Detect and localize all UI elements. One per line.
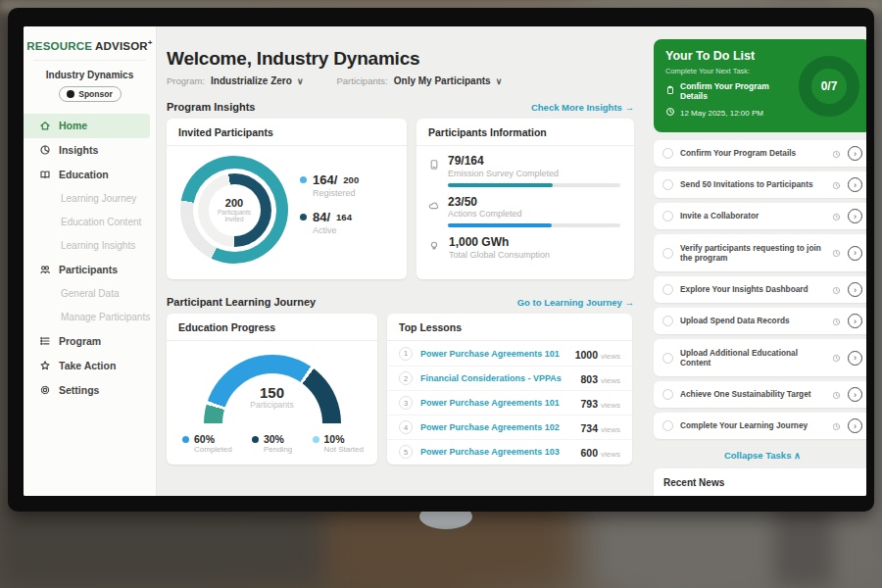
actions-completed-value: 23/50 — [448, 196, 620, 209]
lesson-rank: 3 — [399, 396, 413, 410]
todo-list: Confirm Your Program Details › Send 50 I… — [654, 140, 866, 439]
program-filter-value: Industrialize Zero — [211, 75, 292, 86]
chevron-right-icon[interactable]: › — [848, 246, 862, 261]
actions-completed-progress — [448, 223, 620, 227]
todo-item-upload-educational-content[interactable]: Upload Additional Educational Content › — [654, 339, 866, 376]
sidebar-item-settings[interactable]: Settings — [24, 378, 156, 403]
registered-dot-icon — [300, 176, 307, 183]
sidebar-item-learning-journey[interactable]: Learning Journey — [24, 187, 156, 211]
chevron-right-icon[interactable]: › — [848, 314, 862, 328]
lesson-link[interactable]: Power Purchase Agreements 103 — [420, 447, 572, 457]
sidebar-nav: Home Insights Education Learning Journey — [24, 114, 156, 403]
todo-item-upload-spend-data[interactable]: Upload Spend Data Records › — [654, 308, 866, 334]
todo-item-achieve-target[interactable]: Achieve One Sustainability Target › — [654, 381, 866, 408]
lesson-views: 803 — [580, 373, 598, 385]
spark-icon — [39, 360, 51, 371]
todo-item-explore-insights[interactable]: Explore Your Insights Dashboard › — [654, 276, 866, 303]
sidebar-item-home[interactable]: Home — [24, 114, 150, 138]
todo-item-complete-learning-journey[interactable]: Complete Your Learning Journey › — [654, 413, 866, 439]
todo-title: Your To Do List — [665, 49, 793, 63]
education-progress-title: Education Progress — [167, 314, 377, 341]
todo-item-send-invitations[interactable]: Send 50 Invitations to Participants › — [654, 172, 866, 198]
recent-news-title: Recent News — [663, 477, 724, 488]
donut-center-label: ParticipantsInvited — [218, 209, 251, 222]
sidebar-item-participants[interactable]: Participants — [24, 258, 156, 282]
collapse-tasks-link[interactable]: Collapse Tasks ∧ — [654, 450, 866, 461]
chevron-right-icon[interactable]: › — [848, 209, 862, 223]
participants-information-title: Participants Information — [416, 119, 634, 146]
sponsor-icon — [67, 90, 74, 98]
todo-item-label: Verify participants requesting to join t… — [680, 243, 825, 264]
app-logo: RESOURCE ADVISOR+ — [24, 36, 156, 60]
sidebar-item-program[interactable]: Program — [24, 329, 156, 354]
lesson-link[interactable]: Power Purchase Agreements 101 — [420, 349, 567, 359]
chevron-right-icon[interactable]: › — [848, 351, 862, 366]
journey-cards-row: Education Progress 150 Participants — [167, 314, 634, 465]
todo-checkbox[interactable] — [662, 248, 673, 259]
todo-item-label: Upload Spend Data Records — [680, 316, 825, 325]
invited-participants-body: 200 ParticipantsInvited — [167, 146, 407, 264]
todo-checkbox[interactable] — [662, 179, 673, 190]
lesson-views: 1000 — [575, 349, 598, 361]
sidebar-item-learning-insights[interactable]: Learning Insights — [24, 234, 156, 258]
lesson-link[interactable]: Financial Considerations - VPPAs — [420, 373, 572, 383]
sidebar-item-manage-participants[interactable]: Manage Participants — [24, 306, 156, 329]
filter-bar: Program: Industrialize Zero ∨ Participan… — [167, 75, 634, 86]
sponsor-badge[interactable]: Sponsor — [59, 86, 122, 102]
consumption-value: 1,000 GWh — [449, 236, 550, 249]
donut-center: 200 ParticipantsInvited — [209, 184, 261, 236]
sidebar-item-insights[interactable]: Insights — [24, 138, 156, 163]
sidebar-subitem-label: Manage Participants — [61, 312, 150, 322]
chevron-right-icon[interactable]: › — [848, 387, 862, 402]
chevron-right-icon[interactable]: › — [848, 282, 862, 297]
todo-checkbox[interactable] — [662, 420, 673, 431]
sidebar-subitem-label: General Data — [61, 288, 119, 299]
sidebar-item-take-action[interactable]: Take Action — [24, 354, 156, 378]
chevron-right-icon[interactable]: › — [848, 418, 862, 433]
registered-total: 200 — [343, 174, 359, 185]
participants-filter-dropdown[interactable]: Only My Participants ∨ — [394, 75, 503, 86]
cloud-icon — [428, 196, 440, 228]
pending-legend-item: 30% Pending — [252, 433, 292, 454]
consumption-label: Total Global Consumption — [449, 250, 550, 260]
program-filter-dropdown[interactable]: Industrialize Zero ∨ — [211, 75, 303, 86]
lesson-link[interactable]: Power Purchase Agreements 101 — [420, 398, 572, 408]
go-to-learning-journey-link[interactable]: Go to Learning Journey → — [517, 297, 634, 308]
todo-item-verify-participants[interactable]: Verify participants requesting to join t… — [654, 234, 866, 271]
arrow-right-icon: → — [625, 297, 635, 308]
sponsor-label: Sponsor — [78, 89, 112, 99]
lesson-views-suffix: views — [601, 352, 620, 361]
emission-survey-stat: 79/164 Emission Survey Completed — [428, 155, 620, 187]
chevron-right-icon[interactable]: › — [848, 146, 862, 161]
todo-item-confirm-program[interactable]: Confirm Your Program Details › — [654, 140, 866, 167]
not-started-pct: 10% — [324, 433, 345, 445]
todo-checkbox[interactable] — [662, 353, 673, 364]
sidebar-subitem-label: Education Content — [61, 217, 141, 227]
active-dot-icon — [300, 214, 307, 220]
completed-dot-icon — [182, 436, 189, 443]
todo-item-invite-collaborator[interactable]: Invite a Collaborator › — [654, 203, 866, 229]
todo-checkbox[interactable] — [662, 316, 673, 326]
sidebar-item-label: Program — [59, 335, 101, 347]
logo-plus: + — [148, 38, 153, 47]
todo-next-task: Confirm Your Program Details — [665, 81, 793, 101]
check-more-insights-link[interactable]: Check More Insights → — [531, 102, 634, 113]
app-window: RESOURCE ADVISOR+ Industry Dynamics Spon… — [24, 26, 866, 496]
learning-journey-header: Participant Learning Journey Go to Learn… — [167, 294, 634, 310]
sidebar-item-education[interactable]: Education — [24, 163, 156, 187]
todo-checkbox[interactable] — [662, 211, 673, 221]
pending-pct: 30% — [264, 433, 284, 445]
lesson-views-suffix: views — [601, 376, 620, 385]
todo-checkbox[interactable] — [662, 148, 673, 159]
sidebar-item-education-content[interactable]: Education Content — [24, 211, 156, 234]
chevron-right-icon[interactable]: › — [848, 177, 862, 192]
sidebar-item-general-data[interactable]: General Data — [24, 282, 156, 306]
donut-center-value: 200 — [225, 197, 243, 209]
lesson-views-suffix: views — [601, 401, 620, 410]
todo-checkbox[interactable] — [662, 284, 673, 295]
top-lessons-card: Top Lessons 1 Power Purchase Agreements … — [387, 314, 632, 465]
bulb-icon — [428, 236, 441, 260]
todo-checkbox[interactable] — [662, 389, 673, 400]
todo-next-task-label: Confirm Your Program Details — [680, 81, 793, 101]
lesson-link[interactable]: Power Purchase Agreements 102 — [420, 422, 572, 432]
